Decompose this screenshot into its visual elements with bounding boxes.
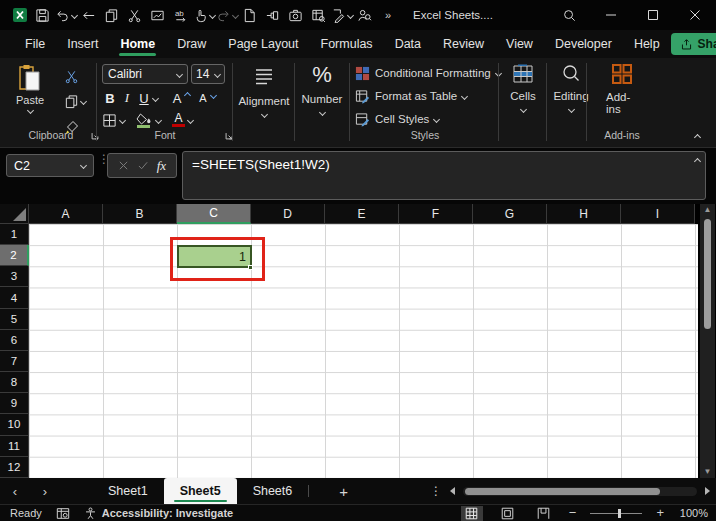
vertical-scrollbar[interactable]: ▲ ▼ [700,204,715,478]
row-header-6[interactable]: 6 [0,330,29,351]
copy-button[interactable] [100,2,123,28]
sheet-tab-sheet6[interactable]: Sheet6 [237,478,309,504]
horizontal-scrollbar-track[interactable] [463,487,697,496]
macro-record-icon[interactable] [56,507,70,520]
borders-button[interactable] [102,113,125,128]
sheet-tab-sheet5[interactable]: Sheet5 [164,478,237,504]
fill-color-button[interactable] [136,112,161,128]
row-header-4[interactable]: 4 [0,287,29,308]
scroll-right-arrow-icon[interactable] [705,487,710,495]
select-all-button[interactable] [0,204,29,224]
tab-draw[interactable]: Draw [166,32,217,57]
row-header-5[interactable]: 5 [0,309,29,330]
font-color-button[interactable]: A [172,113,193,127]
zoom-out-button[interactable]: − [569,508,577,518]
tab-review[interactable]: Review [432,32,495,57]
sheet-options-dots-icon[interactable]: ⋮ [430,484,442,498]
query-table-button[interactable] [307,2,330,28]
picture-button[interactable] [146,2,169,28]
draft-pen-button[interactable] [330,2,353,28]
addins-button[interactable]: Add-ins [606,62,638,115]
scroll-left-arrow-icon[interactable] [450,487,455,495]
tab-data[interactable]: Data [384,32,432,57]
normal-view-button[interactable] [461,506,483,521]
tab-insert[interactable]: Insert [56,32,109,57]
cell-area[interactable] [29,224,698,478]
undo-button[interactable] [54,2,77,28]
row-header-7[interactable]: 7 [0,351,29,372]
zoom-in-button[interactable]: + [656,508,664,518]
copy-ribbon-button[interactable] [64,91,86,112]
horizontal-scrollbar-thumb[interactable] [465,488,660,495]
next-sheet-button[interactable]: › [30,484,60,499]
tab-page-layout[interactable]: Page Layout [217,32,309,57]
underline-dropdown-chevron[interactable] [152,94,159,101]
column-header-b[interactable]: B [103,204,177,224]
page-layout-view-button[interactable] [497,506,519,521]
copy-dropdown-chevron[interactable] [80,98,87,105]
column-header-e[interactable]: E [325,204,399,224]
underline-button[interactable]: U [136,91,152,106]
row-header-12[interactable]: 12 [0,457,29,478]
row-header-8[interactable]: 8 [0,372,29,393]
column-header-d[interactable]: D [251,204,325,224]
search-icon[interactable] [548,0,590,30]
zoom-level[interactable]: 100% [678,507,708,519]
tab-home[interactable]: Home [109,32,166,57]
cut-ribbon-button[interactable] [64,66,86,87]
cut-button[interactable] [123,2,146,28]
column-header-c[interactable]: C [177,204,251,224]
cells-group-button[interactable]: Cells [502,64,544,112]
name-box[interactable]: C2 [6,154,94,177]
qat-overflow-button[interactable]: » [376,2,399,28]
editing-group-button[interactable]: Editing [548,64,594,112]
number-group-button[interactable]: % Number [297,63,347,115]
tab-file[interactable]: File [14,32,56,57]
row-header-9[interactable]: 9 [0,393,29,414]
collapse-ribbon-chevron[interactable] [694,134,701,141]
vertical-scrollbar-thumb[interactable] [704,219,711,329]
cell-styles-button[interactable]: Cell Styles [355,108,439,130]
bold-button[interactable]: B [102,91,118,106]
row-header-1[interactable]: 1 [0,224,29,245]
minimize-button[interactable] [590,0,632,30]
clipboard-dialog-launcher-icon[interactable] [90,131,100,141]
accessibility-status[interactable]: Accessibility: Investigate [84,507,233,520]
column-header-f[interactable]: F [399,204,473,224]
row-header-10[interactable]: 10 [0,414,29,435]
touch-mouse-mode-button[interactable] [192,2,215,28]
page-break-preview-button[interactable] [533,506,555,521]
scroll-up-arrow-icon[interactable]: ▲ [704,204,712,216]
back-arrow-button[interactable] [77,2,100,28]
new-file-button[interactable] [238,2,261,28]
save-button[interactable] [31,2,54,28]
font-name-select[interactable]: Calibri [102,64,188,84]
row-header-2[interactable]: 2 [0,245,29,266]
formula-input[interactable]: =SHEETS(Sheet1!W2) [182,151,706,200]
conditional-formatting-button[interactable]: Conditional Formatting [355,62,501,84]
alignment-group-button[interactable]: Alignment [237,66,291,117]
format-as-table-button[interactable]: Format as Table [355,85,467,107]
column-header-a[interactable]: A [29,204,103,224]
zoom-slider[interactable] [590,513,642,514]
maximize-button[interactable] [632,0,674,30]
column-header-g[interactable]: G [473,204,547,224]
spelling-button[interactable]: ab [169,2,192,28]
tab-help[interactable]: Help [623,32,671,57]
paste-dropdown-chevron[interactable] [27,107,34,114]
lookup-people-button[interactable] [353,2,376,28]
previous-sheet-button[interactable]: ‹ [0,484,30,499]
italic-button[interactable]: I [119,90,135,106]
row-header-11[interactable]: 11 [0,436,29,457]
insert-function-button[interactable]: fx [157,158,166,174]
decrease-font-size-button[interactable]: A [195,92,216,104]
increase-font-size-button[interactable]: A [169,91,190,106]
camera-button[interactable] [284,2,307,28]
close-button[interactable] [674,0,716,30]
zoom-slider-thumb[interactable] [618,509,621,518]
tab-formulas[interactable]: Formulas [310,32,384,57]
tab-view[interactable]: View [495,32,544,57]
pin-button[interactable] [261,2,284,28]
horizontal-scrollbar[interactable] [450,478,710,504]
share-button[interactable]: Share [671,33,716,55]
